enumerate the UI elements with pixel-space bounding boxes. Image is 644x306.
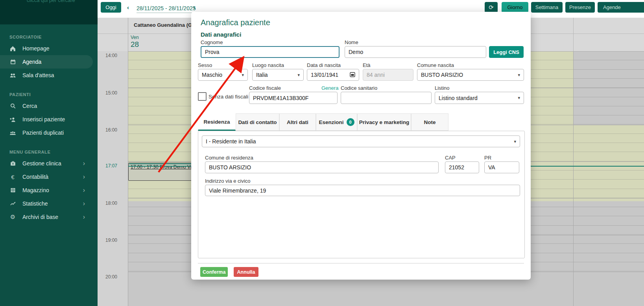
- codice-sanitario-wrap: [341, 92, 432, 104]
- cap-label: CAP: [445, 155, 456, 161]
- today-button[interactable]: Oggi: [101, 2, 121, 13]
- tab-esenzioni[interactable]: Esenzioni0: [316, 113, 357, 131]
- chevron-left-icon[interactable]: ‹: [127, 4, 129, 10]
- time-label: 18:00: [98, 200, 125, 206]
- gear-icon: ⚙: [9, 214, 16, 221]
- cognome-label: Cognome: [201, 39, 223, 45]
- sidebar-section-scorciatoie: SCORCIATOIE: [9, 35, 98, 39]
- person-add-icon: [9, 116, 16, 123]
- chevron-right-icon[interactable]: ›: [194, 4, 196, 10]
- cancel-button[interactable]: Annulla: [234, 267, 258, 277]
- luogo-nascita-value: Italia: [256, 72, 268, 78]
- indirizzo-input[interactable]: [205, 185, 520, 196]
- view-button-giorno[interactable]: Giorno: [502, 2, 528, 13]
- sesso-value: Maschio: [202, 72, 222, 78]
- sidebar-item-agenda[interactable]: Agenda: [0, 55, 93, 69]
- calendar-column-2[interactable]: [574, 51, 644, 306]
- warehouse-icon: [9, 187, 16, 194]
- sidebar-item-homepage[interactable]: Homepage: [0, 42, 98, 55]
- listino-value: Listino standard: [439, 95, 478, 101]
- sidebar-item-pazienti-duplicati[interactable]: Pazienti duplicati: [0, 126, 98, 139]
- sidebar-item-archivi-di-base[interactable]: ⚙ Archivi di base ›: [0, 210, 98, 224]
- tab-label: Esenzioni: [319, 119, 343, 125]
- sidebar-item-label: Agenda: [22, 59, 41, 65]
- sidebar-item-sala-attesa[interactable]: Sala d'attesa: [0, 69, 98, 82]
- cognome-input[interactable]: [201, 46, 340, 58]
- codice-sanitario-input[interactable]: [341, 92, 432, 104]
- sidebar-item-statistiche[interactable]: Statistiche ›: [0, 197, 98, 210]
- nome-input[interactable]: [345, 46, 486, 58]
- time-label: 14:00: [98, 53, 125, 58]
- calendar-picker-icon[interactable]: [350, 72, 355, 78]
- sidebar-item-contabilita[interactable]: € Contabilità ›: [0, 170, 98, 184]
- chevron-right-icon: ›: [83, 200, 85, 207]
- section-heading: Dati anagrafici: [201, 31, 241, 38]
- indirizzo-label: Indirizzo via e civico: [205, 178, 251, 184]
- eta-value: 84 anni: [367, 72, 385, 78]
- pr-wrap: [484, 161, 519, 173]
- comune-nascita-label: Comune nascita: [417, 62, 454, 68]
- codice-fiscale-input[interactable]: [249, 92, 338, 104]
- refresh-icon: ⟳: [489, 4, 494, 11]
- sesso-select[interactable]: Maschio ▾: [198, 69, 248, 81]
- residenza-tipo-value: I - Residente in Italia: [206, 138, 256, 145]
- data-nascita-input[interactable]: 13/01/1941: [307, 69, 359, 81]
- sidebar-search-area[interactable]: clicca qui per cercare: [0, 0, 98, 24]
- luogo-nascita-select[interactable]: Italia ▾: [252, 69, 304, 81]
- tab-label: Privacy e marketing: [359, 119, 410, 125]
- data-nascita-value: 13/01/1941: [311, 72, 338, 78]
- cap-input[interactable]: [445, 161, 479, 173]
- tab-residenza[interactable]: Residenza: [198, 113, 236, 131]
- leggi-cns-button[interactable]: Leggi CNS: [489, 46, 524, 58]
- comune-nascita-select[interactable]: BUSTO ARSIZIO ▾: [417, 69, 524, 81]
- codice-sanitario-label: Codice sanitario: [341, 85, 377, 91]
- stats-icon: [9, 200, 16, 207]
- sidebar-item-gestione-clinica[interactable]: Gestione clinica ›: [0, 157, 98, 170]
- time-gutter: 14:00 15:00 16:00 17:07 18:00 19:00 20:0…: [98, 51, 128, 306]
- comune-nascita-value: BUSTO ARSIZIO: [421, 72, 463, 78]
- residenza-tipo-select[interactable]: I - Residente in Italia ▾: [202, 135, 520, 147]
- genera-link[interactable]: Genera: [321, 85, 338, 91]
- codice-fiscale-label: Codice fiscale: [249, 85, 281, 91]
- view-button-presenze[interactable]: Presenze: [565, 2, 595, 13]
- tab-label: Note: [424, 119, 436, 125]
- senza-dati-fiscali-label: Senza dati fiscali: [209, 94, 248, 100]
- time-label: 19:00: [98, 237, 125, 243]
- pr-label: PR: [484, 155, 491, 161]
- confirm-button[interactable]: Conferma: [200, 267, 228, 277]
- listino-select[interactable]: Listino standard ▾: [435, 92, 524, 104]
- view-button-agende[interactable]: Agende: [598, 2, 644, 13]
- time-label: 20:00: [98, 274, 125, 280]
- tab-privacy-e-marketing[interactable]: Privacy e marketing: [357, 113, 411, 131]
- tab-altri-dati[interactable]: Altri dati: [279, 113, 316, 131]
- gutter-divider: [128, 18, 128, 51]
- patient-registry-modal: Anagrafica paziente Dati anagrafici Cogn…: [191, 12, 531, 280]
- search-hint-text: clicca qui per cercare: [27, 0, 75, 3]
- search-icon: [9, 103, 16, 109]
- medical-bag-icon: [9, 160, 16, 167]
- refresh-button[interactable]: ⟳: [485, 2, 498, 13]
- tab-dati-di-contatto[interactable]: Dati di contatto: [236, 113, 279, 131]
- chevron-down-icon: ▾: [242, 72, 244, 78]
- sidebar-item-magazzino[interactable]: Magazzino ›: [0, 184, 98, 197]
- sidebar-section-menu-generale: MENU GENERALE: [9, 150, 98, 154]
- view-button-settimana[interactable]: Settimana: [531, 2, 563, 13]
- senza-dati-fiscali-checkbox[interactable]: [198, 92, 207, 101]
- sidebar-item-cerca[interactable]: Cerca: [0, 99, 98, 113]
- sidebar-item-label: Magazzino: [22, 187, 49, 193]
- tab-label: Altri dati: [287, 119, 308, 125]
- luogo-nascita-label: Luogo nascita: [252, 62, 284, 68]
- chevron-right-icon: ›: [83, 214, 85, 220]
- footer-divider: [198, 263, 524, 263]
- chevron-right-icon: ›: [83, 187, 85, 193]
- date-range-label[interactable]: 28/11/2025 - 28/11/2025: [137, 5, 196, 13]
- cognome-field-wrap: [201, 46, 340, 58]
- sidebar-item-label: Contabilità: [22, 174, 48, 180]
- pr-input[interactable]: [484, 161, 519, 173]
- current-time-label: 17:07: [98, 163, 125, 169]
- sidebar-item-inserisci-paziente[interactable]: Inserisci paziente: [0, 113, 98, 126]
- chevron-down-icon: ▾: [518, 95, 520, 100]
- eta-label: Età: [363, 62, 371, 68]
- comune-residenza-input[interactable]: [205, 161, 439, 173]
- tab-note[interactable]: Note: [411, 113, 448, 131]
